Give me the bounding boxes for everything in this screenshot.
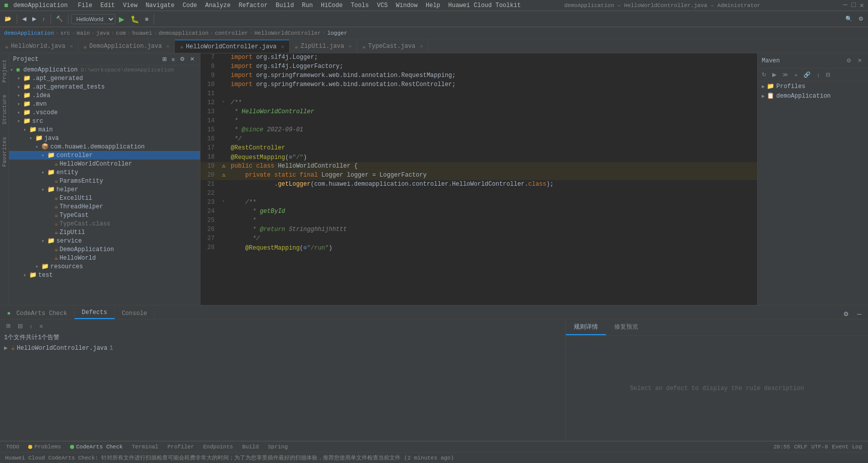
breadcrumb-com[interactable]: com	[116, 30, 126, 36]
menu-help[interactable]: Help	[422, 1, 444, 10]
tab-fix-preview[interactable]: 修复预览	[606, 320, 646, 335]
menu-file[interactable]: File	[74, 1, 96, 10]
tree-controller[interactable]: ▾ 📁 controller	[9, 151, 200, 160]
menu-build[interactable]: Build	[272, 1, 298, 10]
tree-excelutil[interactable]: ☕ ExcelUtil	[9, 194, 200, 202]
minimize-icon[interactable]: ─	[843, 1, 847, 10]
run-btn[interactable]: ▶	[116, 14, 127, 25]
tree-src[interactable]: ▾ 📁 src	[9, 117, 200, 125]
bstab-endpoints[interactable]: Endpoints	[199, 443, 237, 451]
tree-idea[interactable]: ▾ 📁 .idea	[9, 91, 200, 100]
code-area[interactable]: 7 import org.slf4j.Logger; 8 import org.…	[201, 53, 757, 305]
tree-apt-generated-tests[interactable]: ▾ 📁 .apt_generated_tests	[9, 83, 200, 91]
tab-ziputil-close[interactable]: ✕	[349, 43, 352, 49]
tab-helloworld-close[interactable]: ✕	[70, 43, 73, 49]
gutter-favorites-icon[interactable]: Favorites	[1, 133, 9, 171]
bstab-codearts[interactable]: CodeArts Check	[66, 443, 126, 451]
tree-helloworld-file[interactable]: ☕ HelloWorld	[9, 254, 200, 262]
sidebar-sync-btn[interactable]: ⊞	[161, 55, 168, 63]
status-charset[interactable]: UTF-8	[812, 444, 828, 450]
tree-typecast[interactable]: ☕ TypeCast	[9, 211, 200, 219]
tab-codearts-check[interactable]: ● CodeArts Check	[0, 308, 75, 319]
toolbar-settings-btn[interactable]: ⚙	[856, 14, 866, 24]
maven-demoapplication[interactable]: ▶ 📋 demoApplication	[758, 91, 868, 101]
menu-vcs[interactable]: VCS	[373, 1, 392, 10]
tree-demoapplication[interactable]: ▾ ◼ demoApplication D:\workspace\demoApp…	[9, 65, 200, 74]
tree-com-huawei[interactable]: ▾ 📦 com.huawei.demoapplication	[9, 142, 200, 151]
tree-entity[interactable]: ▾ 📁 entity	[9, 168, 200, 177]
tree-helloworldcontroller[interactable]: ☕ HelloWorldController	[9, 160, 200, 168]
sidebar-collapse-btn[interactable]: ≡	[170, 55, 176, 63]
status-eventlog[interactable]: Event Log	[832, 444, 862, 450]
bstab-todo[interactable]: TODO	[2, 443, 23, 451]
menu-edit[interactable]: Edit	[96, 1, 119, 10]
sidebar-close-btn[interactable]: ✕	[188, 55, 196, 63]
tree-threadhelper[interactable]: ☕ ThreadHelper	[9, 202, 200, 211]
tab-console[interactable]: Console	[115, 308, 155, 319]
tree-service[interactable]: ▾ 📁 service	[9, 237, 200, 245]
maven-add-btn[interactable]: +	[792, 70, 799, 79]
toolbar-back-btn[interactable]: ◀	[20, 14, 29, 24]
bstab-build[interactable]: Build	[238, 443, 263, 451]
gutter-project-icon[interactable]: Project	[1, 55, 9, 87]
tree-vscode[interactable]: ▾ 📁 .vscode	[9, 108, 200, 117]
menu-huawei[interactable]: Huawei Cloud Toolkit	[444, 1, 525, 10]
maven-link-btn[interactable]: 🔗	[802, 70, 813, 79]
tab-typecast-close[interactable]: ✕	[420, 43, 423, 49]
maximize-icon[interactable]: □	[851, 1, 855, 10]
defect-file-row[interactable]: ▶ ☕ HelloWorldController.java 1	[0, 343, 565, 353]
menu-refactor[interactable]: Refactor	[235, 1, 272, 10]
menu-analyze[interactable]: Analyze	[201, 1, 234, 10]
toolbar-open-btn[interactable]: 📂	[2, 14, 14, 24]
tree-java[interactable]: ▾ 📁 java	[9, 134, 200, 142]
close-icon[interactable]: ✕	[860, 1, 864, 10]
tab-ziputil[interactable]: ☕ ZipUtil.java ✕	[290, 40, 357, 53]
toolbar-build-btn[interactable]: 🔨	[53, 14, 65, 24]
tab-hwcontroller-close[interactable]: ✕	[281, 44, 284, 50]
tab-defects[interactable]: Defects	[75, 307, 114, 319]
bstab-profiler[interactable]: Profiler	[163, 443, 198, 451]
breadcrumb-src[interactable]: src	[60, 30, 71, 36]
breadcrumb-logger[interactable]: logger	[327, 30, 348, 36]
breadcrumb-controller[interactable]: controller	[215, 30, 248, 36]
tree-demoapplication-file[interactable]: ☕ DemoApplication	[9, 245, 200, 254]
breadcrumb-main[interactable]: main	[77, 30, 90, 36]
breadcrumb-hwcontroller[interactable]: HelloWorldController	[254, 30, 321, 36]
bstab-problems[interactable]: Problems	[24, 443, 65, 451]
tree-ziputil[interactable]: ☕ ZipUtil	[9, 228, 200, 237]
breadcrumb-huawei[interactable]: huawei	[132, 30, 153, 36]
tree-test[interactable]: ▾ 📁 test	[9, 271, 200, 279]
breadcrumb-java[interactable]: java	[96, 30, 109, 36]
menu-run[interactable]: Run	[298, 1, 317, 10]
menu-view[interactable]: View	[119, 1, 142, 10]
maven-settings-btn[interactable]: ⚙	[844, 56, 853, 65]
tree-mvn[interactable]: ▾ 📁 .mvn	[9, 100, 200, 108]
defect-list-btn[interactable]: ≡	[38, 322, 45, 330]
fold-icon2[interactable]: ▸	[222, 198, 225, 204]
tab-rule-detail[interactable]: 规则详情	[566, 320, 606, 335]
bstab-spring[interactable]: Spring	[264, 443, 292, 451]
tab-demoapplication[interactable]: ☕ DemoApplication.java ✕	[79, 40, 175, 53]
tab-helloworld[interactable]: ☕ HelloWorld.java ✕	[0, 40, 79, 53]
menu-navigate[interactable]: Navigate	[142, 1, 179, 10]
toolbar-search-btn[interactable]: 🔍	[843, 14, 855, 24]
maven-expand-btn[interactable]: ↕	[815, 70, 822, 79]
maven-profiles[interactable]: ▶ 📁 Profiles	[758, 82, 868, 91]
maven-skip-btn[interactable]: ≫	[780, 70, 790, 79]
defect-sort-btn[interactable]: ↕	[28, 322, 35, 330]
debug-btn[interactable]: 🐛	[128, 14, 142, 25]
toolbar-forward-btn[interactable]: ▶	[30, 14, 39, 24]
bstab-terminal[interactable]: Terminal	[128, 443, 163, 451]
tab-typecast[interactable]: ☕ TypeCast.java ✕	[357, 40, 428, 53]
tree-helper[interactable]: ▾ 📁 helper	[9, 185, 200, 194]
bottom-settings-btn[interactable]: ⚙	[841, 309, 851, 319]
run-config-select[interactable]: HelloWorld	[71, 14, 115, 24]
defect-expand-btn[interactable]: ⊞	[4, 322, 13, 330]
bottom-minimize-btn[interactable]: ─	[854, 309, 864, 319]
sidebar-gear-btn[interactable]: ⚙	[178, 55, 186, 63]
tree-paramsentity[interactable]: ☕ ParamsEntity	[9, 177, 200, 185]
menu-hicode[interactable]: HiCode	[317, 1, 347, 10]
maven-collapse-btn[interactable]: ⊟	[824, 70, 832, 79]
tree-resources[interactable]: ▾ 📁 resources	[9, 262, 200, 271]
defect-filter-btn[interactable]: ▤	[16, 322, 25, 330]
